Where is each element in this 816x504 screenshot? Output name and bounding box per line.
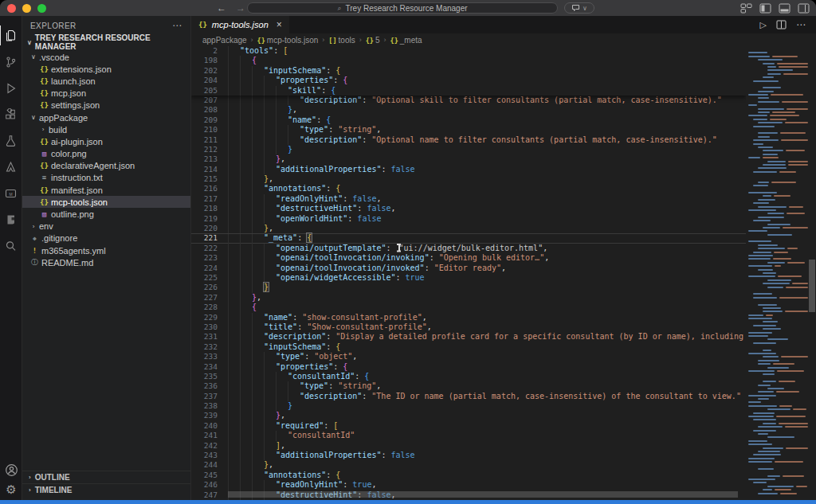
history-forward-icon[interactable]: →	[236, 2, 245, 14]
code-line-238[interactable]: 238}	[191, 401, 746, 411]
run-button[interactable]: ▷	[760, 20, 767, 30]
project-root-header[interactable]: ∨ TREY RESEARCH RESOURCE MANAGER	[22, 35, 190, 49]
code-line-233[interactable]: 233"type": "object",	[191, 352, 746, 361]
code-line-245[interactable]: 245"annotations": {	[191, 471, 746, 480]
code-line-209[interactable]: 209"name": {	[191, 115, 746, 125]
customize-layout-icon[interactable]	[740, 3, 752, 14]
code-line-243[interactable]: 243"additionalProperties": false	[191, 451, 746, 460]
breadcrumb-item[interactable]: {}_meta	[390, 36, 422, 45]
code-line-221[interactable]: 221"_meta": {	[191, 233, 746, 243]
breadcrumb-item[interactable]: {}mcp-tools.json	[257, 36, 319, 45]
testing-icon[interactable]	[0, 127, 22, 154]
tree-item-mcp-tools-json[interactable]: {}mcp-tools.json	[22, 196, 190, 208]
minimap[interactable]	[746, 46, 808, 500]
breadcrumb-item[interactable]: {}5	[366, 36, 380, 45]
section-outline[interactable]: ›OUTLINE	[22, 471, 190, 483]
toggle-primary-sidebar-icon[interactable]	[759, 3, 771, 14]
code-line-213[interactable]: 213},	[191, 154, 746, 164]
close-tab-icon[interactable]: ×	[277, 19, 282, 30]
tree-item-instruction-txt[interactable]: ≡instruction.txt	[22, 172, 190, 184]
run-and-debug-icon[interactable]	[0, 75, 22, 101]
tree-item--vscode[interactable]: ∨.vscode	[22, 51, 190, 63]
settings-gear-icon[interactable]: ⚙	[6, 483, 16, 495]
code-line-215[interactable]: 215},	[191, 174, 746, 184]
tree-item-manifest-json[interactable]: {}manifest.json	[22, 184, 190, 196]
code-line-232[interactable]: 232"inputSchema": {	[191, 342, 746, 352]
code-line-234[interactable]: 234"properties": {	[191, 362, 746, 372]
explorer-more-actions-icon[interactable]: ⋯	[172, 20, 182, 31]
search-icon[interactable]	[0, 232, 22, 259]
code-line-239[interactable]: 239},	[191, 411, 746, 420]
breadcrumb-item[interactable]: []tools	[328, 36, 355, 45]
azure-icon[interactable]	[0, 154, 22, 180]
explorer-icon[interactable]	[0, 22, 22, 49]
code-line-211[interactable]: 211"description": "Optional name to filt…	[191, 135, 746, 145]
code-line-210[interactable]: 210"type": "string",	[191, 125, 746, 135]
code-line-227[interactable]: 227},	[191, 293, 746, 303]
code-line-228[interactable]: 228{	[191, 303, 746, 312]
code-line-226[interactable]: 226}	[191, 283, 746, 292]
tree-item-extensions-json[interactable]: {}extensions.json	[22, 63, 190, 75]
code-line-235[interactable]: 235"consultantId": {	[191, 372, 746, 381]
code-line-212[interactable]: 212}	[191, 145, 746, 154]
code-line-214[interactable]: 214"additionalProperties": false	[191, 165, 746, 174]
editor-more-actions-icon[interactable]: ⋯	[796, 19, 806, 30]
code-line-237[interactable]: 237"description": "The ID or name (parti…	[191, 392, 746, 401]
code-line-222[interactable]: 222"openai/outputTemplate": "ui://widget…	[191, 244, 746, 253]
code-line-236[interactable]: 236"type": "string",	[191, 381, 746, 391]
code-line-198[interactable]: 198{	[191, 56, 746, 65]
code-line-229[interactable]: 229"name": "show-consultant-profile",	[191, 313, 746, 322]
code-line-225[interactable]: 225"openai/widgetAccessible": true	[191, 273, 746, 283]
code-line-202[interactable]: 202"inputSchema": {	[191, 66, 746, 76]
toggle-panel-icon[interactable]	[779, 3, 790, 14]
close-window-button[interactable]	[7, 4, 16, 13]
code-line-240[interactable]: 240"required": [	[191, 421, 746, 431]
toggle-secondary-sidebar-icon[interactable]	[798, 3, 810, 14]
tree-item-readme-md[interactable]: ⓘREADME.md	[22, 256, 190, 268]
tree-item-launch-json[interactable]: {}launch.json	[22, 75, 190, 87]
zoom-window-button[interactable]	[37, 4, 46, 13]
code-line-2[interactable]: 2"tools": [	[191, 46, 746, 56]
vertical-scrollbar[interactable]	[808, 46, 816, 500]
split-editor-icon[interactable]	[776, 20, 787, 29]
code-line-207[interactable]: 207"description": "Optional skill to fil…	[191, 96, 746, 105]
code-editor[interactable]: 2"tools": [198{202"inputSchema": {204"pr…	[191, 46, 816, 500]
tab-mcp-tools[interactable]: {} mcp-tools.json ×	[191, 16, 289, 33]
accounts-icon[interactable]	[5, 463, 18, 477]
tree-item-build[interactable]: ›build	[22, 123, 190, 135]
tree-item-settings-json[interactable]: {}settings.json	[22, 100, 190, 111]
code-line-220[interactable]: 220},	[191, 224, 746, 233]
tree-item-color-png[interactable]: ▨color.png	[22, 148, 190, 160]
code-line-208[interactable]: 208},	[191, 105, 746, 115]
tree-item-outline-png[interactable]: ▨outline.png	[22, 208, 190, 220]
tree-item-apppackage[interactable]: ∨appPackage	[22, 111, 190, 123]
m365-agents-toolkit-icon[interactable]: M	[0, 180, 22, 206]
code-line-204[interactable]: 204"properties": {	[191, 76, 746, 85]
code-line-244[interactable]: 244},	[191, 460, 746, 470]
tree-item-m365agents-yml[interactable]: !m365agents.yml	[22, 244, 190, 256]
command-center-search[interactable]: ⌕ Trey Research Resource Manager	[247, 2, 558, 14]
code-line-218[interactable]: 218"destructiveHint": false,	[191, 204, 746, 213]
tree-item-ai-plugin-json[interactable]: {}ai-plugin.json	[22, 135, 190, 147]
tree-item-env[interactable]: ›env	[22, 221, 190, 232]
code-line-231[interactable]: 231"description": "Display a detailed pr…	[191, 332, 746, 342]
code-line-216[interactable]: 216"annotations": {	[191, 184, 746, 193]
source-control-icon[interactable]	[0, 49, 22, 75]
tree-item-mcp-json[interactable]: {}mcp.json	[22, 88, 190, 100]
tree-item-declarativeagent-json[interactable]: {}declarativeAgent.json	[22, 160, 190, 172]
code-line-241[interactable]: 241"consultantId"	[191, 431, 746, 440]
vertical-scrollbar-thumb[interactable]	[809, 260, 815, 312]
extensions-icon[interactable]	[0, 101, 22, 127]
section-timeline[interactable]: ›TIMELINE	[22, 483, 190, 496]
horizontal-scrollbar[interactable]	[228, 491, 738, 498]
copilot-menu-button[interactable]: ∨	[564, 2, 594, 14]
code-line-219[interactable]: 219"openWorldHint": false	[191, 214, 746, 224]
code-line-242[interactable]: 242],	[191, 441, 746, 451]
teams-toolkit-icon[interactable]	[0, 206, 22, 232]
code-line-230[interactable]: 230"title": "Show-consultant-profile",	[191, 322, 746, 332]
minimize-window-button[interactable]	[22, 4, 31, 13]
code-line-223[interactable]: 223"openai/toolInvocation/invoking": "Op…	[191, 253, 746, 263]
tree-item--gitignore[interactable]: ◆.gitignore	[22, 232, 190, 244]
code-line-246[interactable]: 246"readOnlyHint": true,	[191, 480, 746, 490]
code-line-205[interactable]: 205"skill": {	[191, 86, 746, 96]
